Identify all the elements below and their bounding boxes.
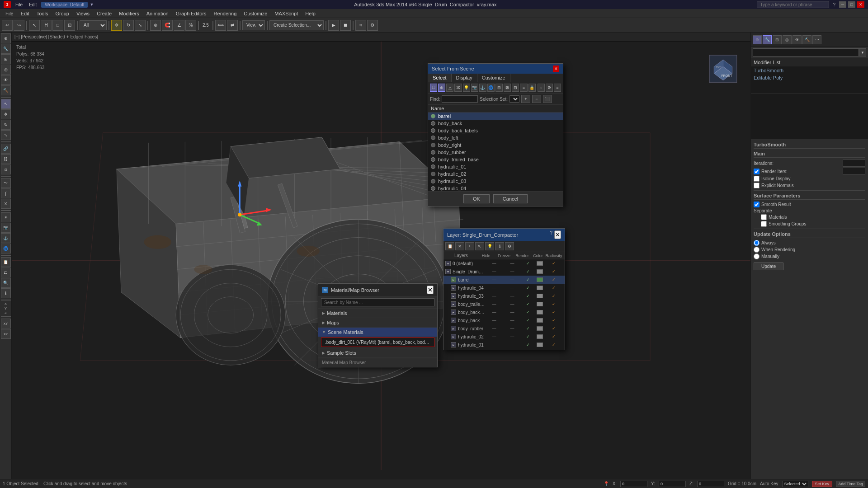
mat-materials-header[interactable]: ▶ Materials (318, 309, 437, 318)
layer-list[interactable]: ▾0 (default)——✓✓▾Single_Drum_Compy——✓✓▸b… (443, 259, 565, 350)
redo-button[interactable]: ↪ (14, 20, 24, 31)
layer-highlight-btn[interactable]: 💡 (485, 242, 494, 250)
create-tab[interactable]: ⊕ (1, 33, 11, 43)
select-btn[interactable]: ↖ (29, 20, 40, 31)
layer-list-item[interactable]: ▸hydraulic_02——✓✓ (443, 333, 565, 341)
layer-list-item[interactable]: ▸hydraulic_04——✓✓ (443, 284, 565, 292)
select-list-item[interactable]: body_back_labels (428, 127, 563, 134)
scale-btn[interactable]: ⤡ (135, 20, 146, 31)
render-view-dropdown[interactable]: View (242, 20, 265, 30)
menu-views[interactable]: Views (73, 10, 93, 17)
stop-anim-btn[interactable]: ⏹ (340, 20, 351, 31)
select-list-item[interactable]: hydraulic_01 (428, 163, 563, 170)
rp-display-icon[interactable]: 👁 (793, 35, 802, 44)
spacewarp-btn[interactable]: 🌀 (1, 244, 11, 253)
select-list-item[interactable]: barrel (428, 113, 563, 120)
select-list-item[interactable]: body_trailed_base (428, 156, 563, 163)
mirror-btn[interactable]: ⟺ (215, 20, 226, 31)
pivot-btn[interactable]: ⊕ (150, 20, 161, 31)
select-list-item[interactable]: body_left (428, 134, 563, 141)
menu-tools[interactable]: Tools (33, 10, 52, 17)
unlink-btn[interactable]: ⛓ (1, 154, 11, 164)
customize-tab[interactable]: Customize (477, 74, 510, 82)
z-coord-input[interactable] (697, 481, 724, 487)
layer-list-item[interactable]: ▸body_rubber——✓✓ (443, 324, 565, 333)
cam-btn[interactable]: 📷 (1, 223, 11, 233)
xz-view-btn[interactable]: XZ (1, 329, 11, 339)
undo-button[interactable]: ↩ (2, 20, 13, 31)
explicit-normals-checkbox[interactable] (754, 183, 760, 188)
select-list-item[interactable]: hydraulic_03 (428, 178, 563, 185)
sel-toolbar-list-btn[interactable]: ≡ (554, 84, 561, 92)
menu-graph-editors[interactable]: Graph Editors (172, 10, 210, 17)
object-name-input[interactable]: barrel (753, 48, 859, 56)
sel-toolbar-btn13[interactable]: 🔒 (528, 84, 536, 92)
mat-slots-header[interactable]: ▶ Sample Slots (318, 348, 437, 357)
layer-new-btn[interactable]: 📋 (445, 242, 454, 250)
viewport[interactable]: [+] [Perspective] [Shaded + Edged Faces]… (12, 33, 750, 479)
x-coord-input[interactable] (620, 481, 647, 487)
mat-scene-header[interactable]: ▼ Scene Materials (318, 328, 437, 337)
layer-list-item[interactable]: ▸barrel——✓✓ (443, 276, 565, 284)
sel-filter-btn[interactable]: ↖ (1, 99, 11, 109)
layer-dialog-close[interactable]: ✕ (554, 230, 561, 239)
select-list-item[interactable]: body_right (428, 141, 563, 149)
sel-toolbar-sort-btn[interactable]: ↕ (538, 84, 545, 92)
when-rendering-radio[interactable] (754, 247, 760, 253)
xy-view-btn[interactable]: XY (1, 319, 11, 328)
sel-scale-btn[interactable]: ⤡ (1, 130, 11, 140)
display-tab[interactable]: Display (452, 74, 477, 82)
y-coord-input[interactable] (659, 481, 686, 487)
smoothing-groups-checkbox[interactable] (761, 221, 767, 227)
sel-toolbar-btn5[interactable]: 💡 (463, 84, 470, 92)
modify-tab[interactable]: 🔧 (1, 44, 11, 54)
layer-add-obj-btn[interactable]: + (465, 242, 474, 250)
select-list-item[interactable]: body_back (428, 120, 563, 127)
rp-extra-icon[interactable]: ⋯ (812, 35, 821, 44)
sel-set-highlight-btn[interactable]: ⬛ (543, 95, 552, 103)
menu-modifiers[interactable]: Modifiers (115, 10, 143, 17)
select-region-btn[interactable]: □ (52, 20, 63, 31)
layer-help-btn[interactable]: ? (550, 230, 552, 239)
add-time-tag-button[interactable]: Add Time Tag (836, 481, 865, 487)
menu-help[interactable]: Help (302, 10, 319, 17)
menu-file[interactable]: File (2, 10, 17, 17)
create-sel-dropdown[interactable]: Create Selection... (269, 20, 324, 30)
sel-toolbar-btn1[interactable]: ☐ (430, 84, 437, 92)
sel-toolbar-btn8[interactable]: 🌀 (487, 84, 495, 92)
menu-create[interactable]: Create (93, 10, 115, 17)
layer-list-item[interactable]: ▸hydraulic_01——✓✓ (443, 341, 565, 349)
render-setup-btn[interactable]: ⚙ (367, 20, 378, 31)
spline-btn[interactable]: ∫ (1, 188, 11, 198)
sel-set-dropdown[interactable] (509, 95, 519, 103)
sel-toolbar-btn2[interactable]: ⊕ (438, 84, 445, 92)
sel-toolbar-btn10[interactable]: ⊠ (504, 84, 511, 92)
sel-toolbar-btn4[interactable]: ⌘ (454, 84, 462, 92)
maximize-button[interactable]: □ (848, 1, 855, 8)
workspace-arrow[interactable]: ▼ (90, 2, 94, 7)
layer-sel-btn[interactable]: ↖ (475, 242, 484, 250)
sel-toolbar-btn6[interactable]: 📷 (471, 84, 478, 92)
close-button[interactable]: ✕ (857, 1, 864, 8)
select-list-item[interactable]: body_rubber (428, 149, 563, 156)
rp-motion-icon[interactable]: ◎ (783, 35, 792, 44)
layer-list-item[interactable]: ▸body_back——✓✓ (443, 316, 565, 324)
sel-toolbar-btn11[interactable]: ⊟ (512, 84, 519, 92)
xform-btn[interactable]: X (1, 199, 11, 209)
manually-radio[interactable] (754, 253, 760, 259)
layer-list-item[interactable]: ▸body_right——✓✓ (443, 349, 565, 350)
update-button[interactable]: Update (754, 263, 783, 270)
explore-btn[interactable]: 🔍 (1, 278, 11, 288)
link-btn[interactable]: 🔗 (1, 144, 11, 154)
set-key-button[interactable]: Set Key (812, 481, 833, 487)
find-input[interactable] (442, 95, 478, 103)
helper-btn[interactable]: ⚓ (1, 233, 11, 243)
render-iters-input[interactable]: 2 (843, 168, 865, 175)
hierarchy-tab[interactable]: ⊞ (1, 54, 11, 64)
percent-snap-btn[interactable]: % (185, 20, 196, 31)
cancel-button[interactable]: Cancel (493, 194, 528, 203)
sel-set-add-btn[interactable]: + (521, 95, 530, 103)
mat-search-input[interactable] (321, 298, 434, 306)
prop-btn[interactable]: ℹ (1, 288, 11, 298)
layer-list-item[interactable]: ▸body_back_label——✓✓ (443, 308, 565, 316)
